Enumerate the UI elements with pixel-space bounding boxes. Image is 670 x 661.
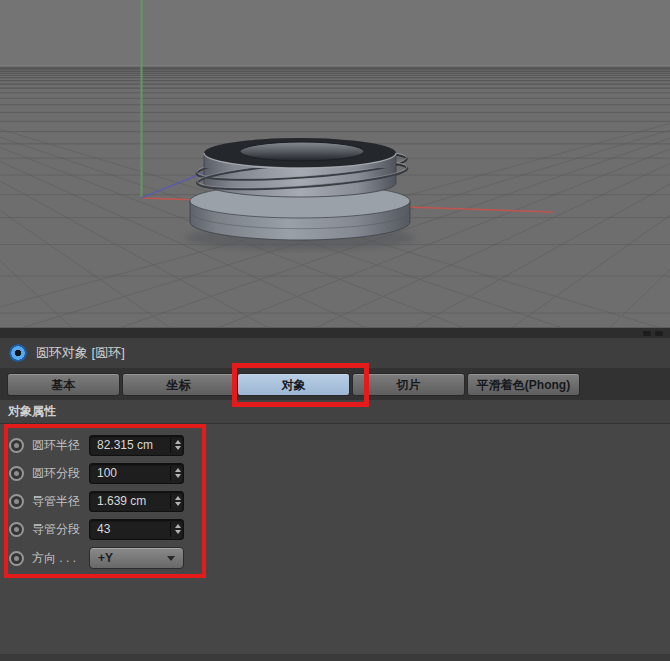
viewport-canvas[interactable] <box>0 0 670 327</box>
3d-viewport[interactable] <box>0 0 670 327</box>
panel-option-icon[interactable] <box>643 331 651 336</box>
annotation-box-object-tab <box>232 363 369 407</box>
torus-object-icon <box>9 344 27 362</box>
sky-area <box>0 0 670 66</box>
section-title: 对象属性 <box>8 403 56 420</box>
tab-coordinates[interactable]: 坐标 <box>122 373 235 396</box>
annotation-box-properties <box>4 424 206 578</box>
cinema4d-window: 圆环对象 [圆环] 基本 坐标 对象 切片 平滑着色(Phong) 对象属性 圆… <box>0 0 670 661</box>
panel-divider-bar[interactable] <box>0 327 670 338</box>
upper-cylinder-hole <box>240 142 364 161</box>
torus-cap-model[interactable] <box>185 138 415 250</box>
panel-footer-strip <box>0 654 670 661</box>
object-title: 圆环对象 [圆环] <box>36 344 125 362</box>
tab-phong[interactable]: 平滑着色(Phong) <box>467 373 580 396</box>
tab-basic[interactable]: 基本 <box>7 373 120 396</box>
panel-menu-icon[interactable] <box>655 331 663 336</box>
